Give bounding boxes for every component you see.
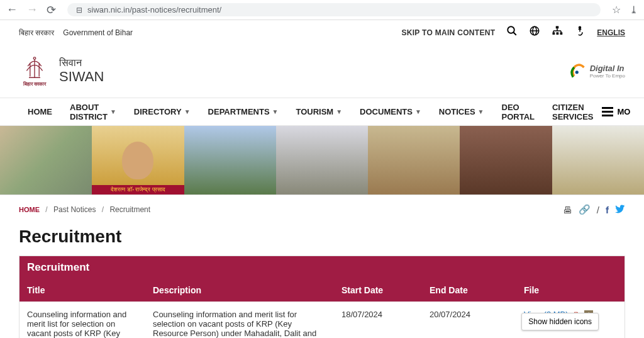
- cell-title[interactable]: Counseling information and merit list fo…: [19, 302, 145, 338]
- system-tray-tooltip: Show hidden icons: [521, 313, 599, 330]
- reload-button[interactable]: ⟳: [47, 3, 56, 17]
- twitter-icon[interactable]: [615, 205, 625, 215]
- svg-rect-6: [553, 32, 555, 35]
- digital-india-badge[interactable]: Digital In Power To Empo: [570, 63, 625, 79]
- nav-notices[interactable]: NOTICES▼: [430, 99, 493, 124]
- chevron-down-icon: ▼: [415, 108, 421, 115]
- svg-point-13: [579, 26, 581, 28]
- url-text: siwan.nic.in/past-notices/recruitment/: [87, 5, 221, 14]
- chevron-down-icon: ▼: [478, 108, 484, 115]
- banner-image: [184, 126, 276, 194]
- svg-point-15: [575, 70, 578, 74]
- chevron-down-icon: ▼: [336, 108, 342, 115]
- share-icon[interactable]: 🔗: [579, 204, 591, 215]
- chevron-down-icon: ▼: [272, 108, 279, 115]
- chevron-down-icon: ▼: [110, 108, 116, 115]
- th-end-date: End Date: [422, 279, 516, 301]
- download-icon[interactable]: ⤓: [630, 4, 638, 16]
- nav-departments[interactable]: DEPARTMENTS▼: [199, 99, 287, 124]
- nav-deo-portal[interactable]: DEO PORTAL: [493, 95, 543, 129]
- emblem-caption: बिहार सरकार: [23, 81, 46, 87]
- state-emblem: बिहार सरकार: [19, 52, 50, 90]
- share-toolbar: 🖶 🔗 / f: [563, 204, 625, 215]
- svg-point-0: [508, 26, 515, 33]
- accessibility-icon[interactable]: [574, 25, 586, 40]
- breadcrumb-past-notices[interactable]: Past Notices: [53, 205, 96, 214]
- banner-image: [552, 126, 644, 194]
- cell-end-date: 20/07/2024: [422, 302, 516, 338]
- hamburger-icon: [602, 107, 613, 116]
- breadcrumb-recruitment: Recruitment: [109, 205, 150, 214]
- nav-citizen-services[interactable]: CITIZEN SERVICES: [543, 95, 602, 129]
- banner-image: [368, 126, 460, 194]
- site-name-hindi: सिवान: [59, 57, 104, 69]
- cell-description: Counseling information and merit list fo…: [145, 302, 334, 338]
- breadcrumb-home[interactable]: HOME: [19, 206, 40, 213]
- th-file: File: [516, 279, 625, 301]
- banner-image: [276, 126, 368, 194]
- search-icon[interactable]: [506, 25, 518, 40]
- th-start-date: Start Date: [334, 279, 422, 301]
- facebook-icon[interactable]: f: [606, 205, 609, 215]
- nav-directory[interactable]: DIRECTORY▼: [125, 99, 199, 124]
- th-description: Description: [145, 279, 334, 301]
- nav-more-button[interactable]: MO: [602, 107, 630, 116]
- site-header: बिहार सरकार सिवान SIWAN Digital In Power…: [0, 45, 644, 98]
- sitemap-icon[interactable]: [552, 25, 563, 40]
- breadcrumb: HOME / Past Notices / Recruitment: [19, 205, 150, 214]
- gov-label-hi: बिहार सरकार: [19, 28, 54, 37]
- site-name-english: SIWAN: [59, 69, 104, 85]
- cell-start-date: 18/07/2024: [334, 302, 422, 338]
- banner-image: [460, 126, 552, 194]
- back-button[interactable]: ←: [6, 3, 18, 17]
- chevron-down-icon: ▼: [184, 108, 191, 115]
- social-icon[interactable]: [529, 25, 540, 40]
- main-navigation: HOME ABOUT DISTRICT▼ DIRECTORY▼ DEPARTME…: [0, 98, 644, 126]
- th-title: Title: [19, 279, 145, 301]
- address-bar[interactable]: ⊟ siwan.nic.in/past-notices/recruitment/: [67, 3, 601, 16]
- svg-rect-7: [557, 32, 559, 35]
- nav-documents[interactable]: DOCUMENTS▼: [351, 99, 430, 124]
- panel-heading: Recruitment: [19, 256, 625, 279]
- page-title: Recruitment: [19, 227, 625, 247]
- nav-tourism[interactable]: TOURISM▼: [287, 99, 351, 124]
- digital-india-sub: Power To Empo: [590, 73, 625, 79]
- nav-about-district[interactable]: ABOUT DISTRICT▼: [61, 95, 125, 129]
- site-info-icon: ⊟: [76, 6, 82, 14]
- banner-image: [0, 126, 92, 194]
- language-english-link[interactable]: ENGLIS: [597, 28, 625, 37]
- banner-image: देशरत्न डॉ॰ राजेन्द्र प्रसाद: [92, 126, 184, 194]
- gov-label-en: Government of Bihar: [63, 28, 133, 37]
- skip-to-content-link[interactable]: SKIP TO MAIN CONTENT: [401, 28, 495, 37]
- digital-india-text: Digital In: [590, 64, 625, 73]
- svg-line-1: [514, 32, 517, 35]
- browser-toolbar: ← → ⟳ ⊟ siwan.nic.in/past-notices/recrui…: [0, 0, 644, 20]
- top-utility-bar: बिहार सरकार Government of Bihar SKIP TO …: [0, 20, 644, 45]
- nav-home[interactable]: HOME: [19, 99, 61, 124]
- print-icon[interactable]: 🖶: [563, 205, 572, 215]
- svg-rect-8: [560, 32, 563, 35]
- svg-point-14: [33, 57, 36, 60]
- bookmark-icon[interactable]: ☆: [612, 4, 621, 16]
- hero-banner: देशरत्न डॉ॰ राजेन्द्र प्रसाद: [0, 126, 644, 195]
- svg-rect-5: [556, 26, 559, 29]
- table-header-row: Title Description Start Date End Date Fi…: [19, 279, 625, 301]
- forward-button[interactable]: →: [26, 3, 38, 17]
